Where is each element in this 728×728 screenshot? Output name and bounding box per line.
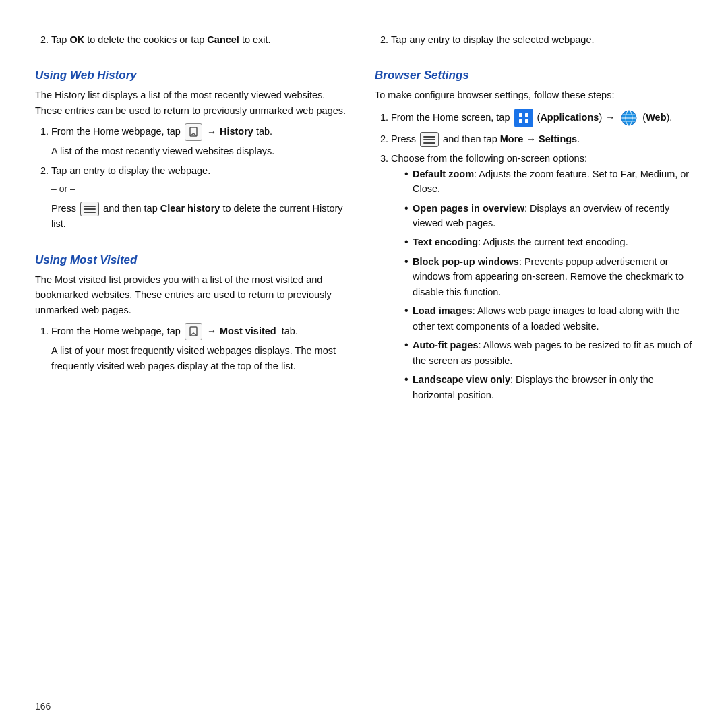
page-footer: 166 (0, 701, 728, 728)
svg-rect-5 (525, 119, 528, 123)
arrow-icon1: → (207, 127, 216, 138)
most-visited-step1: From the Home webpage, tap → Most visite… (51, 323, 353, 373)
bullet-open-pages: Open pages in overview: Displays an over… (404, 201, 693, 231)
using-most-visited-title: Using Most Visited (35, 253, 353, 267)
most-visited-step1-desc: A list of your most frequently visited w… (51, 343, 353, 373)
arrow-icon2: → (207, 326, 216, 336)
bullet-text-encoding: Text encoding: Adjusts the current text … (404, 235, 693, 249)
browser-settings-description: To make configure browser settings, foll… (375, 88, 693, 102)
right-column: Tap any entry to display the selected we… (375, 32, 693, 674)
browser-step3: Choose from the following on-screen opti… (391, 151, 693, 402)
bullet-landscape: Landscape view only: Displays the browse… (404, 372, 693, 402)
apps-grid-icon (514, 109, 533, 127)
menu-button-icon (80, 202, 99, 216)
arrow-icon3: → (605, 112, 615, 123)
bullet-block-popup: Block pop-up windows: Prevents popup adv… (404, 254, 693, 299)
most-visited-description: The Most visited list provides you with … (35, 272, 353, 317)
left-column: Tap OK to delete the cookies or tap Canc… (35, 32, 353, 674)
menu-button-icon2 (420, 132, 439, 147)
browser-step1: From the Home screen, tap (Applications)… (391, 109, 693, 127)
browser-step2: Press and then tap More → Settings. (391, 131, 693, 147)
web-history-description: The History list displays a list of the … (35, 88, 353, 118)
browser-settings-title: Browser Settings (375, 69, 693, 82)
page-number: 166 (35, 701, 51, 712)
svg-rect-2 (519, 113, 522, 117)
svg-rect-3 (525, 113, 528, 117)
right-intro-step2: Tap any entry to display the selected we… (391, 32, 693, 47)
svg-rect-4 (519, 119, 522, 123)
settings-options-list: Default zoom: Adjusts the zoom feature. … (404, 166, 693, 403)
web-history-step1-desc: A list of the most recently viewed websi… (51, 144, 353, 158)
bookmark-icon2 (185, 323, 202, 340)
bullet-auto-fit: Auto-fit pages: Allows web pages to be r… (404, 338, 693, 368)
bullet-default-zoom: Default zoom: Adjusts the zoom feature. … (404, 166, 693, 197)
web-globe-icon (619, 109, 638, 127)
web-history-step1: From the Home webpage, tap → History tab… (51, 123, 353, 158)
web-history-step2: Tap an entry to display the webpage. – o… (51, 163, 353, 232)
bullet-load-images: Load images: Allows web page images to l… (404, 303, 693, 334)
or-divider: – or – (51, 182, 353, 197)
bookmark-icon (185, 123, 202, 141)
using-web-history-title: Using Web History (35, 69, 353, 82)
left-intro-step2: Tap OK to delete the cookies or tap Canc… (51, 32, 353, 47)
